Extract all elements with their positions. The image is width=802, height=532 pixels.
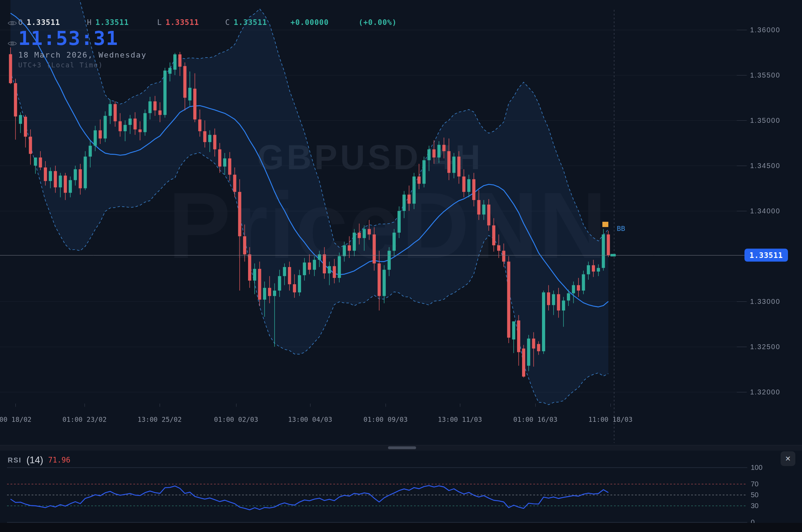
time-axis-label: 13:00 11/03 (438, 415, 482, 423)
timezone-display: UTC+3 (Local Time) (18, 61, 103, 69)
time-axis-label: 00 18/02 (0, 415, 32, 423)
price-axis-label: 1.32000 (750, 388, 780, 396)
main-chart-canvas[interactable] (0, 0, 802, 445)
rsi-name: RSI (8, 456, 21, 464)
low-label: L (157, 18, 162, 27)
time-axis-label: 13:00 04/03 (288, 415, 332, 423)
price-axis-label: 1.36000 (750, 26, 780, 34)
price-axis-label: 1.34500 (750, 162, 780, 170)
high-value: 1.33511 (95, 18, 129, 27)
time-axis-label: 01:00 02/03 (214, 415, 258, 423)
open-label: O (18, 18, 23, 27)
low-value: 1.33511 (166, 18, 199, 27)
time-axis-label: 13:00 25/02 (138, 415, 182, 423)
rsi-chart-canvas[interactable] (0, 450, 802, 532)
high-label: H (87, 18, 92, 27)
rsi-title: RSI (14) 71.96 (8, 455, 71, 465)
rsi-axis-label: 30 (751, 502, 758, 510)
bottom-bar (0, 523, 802, 532)
rsi-period: (14) (26, 455, 43, 466)
time-axis-label: 11:00 18/03 (588, 415, 633, 423)
rsi-value: 71.96 (48, 456, 70, 464)
rsi-axis-label: 100 (751, 464, 762, 472)
close-value: 1.33511 (234, 18, 267, 27)
price-axis-label: 1.33000 (750, 298, 780, 306)
pane-resize-handle[interactable] (388, 446, 416, 449)
current-price-badge: 1.33511 (744, 249, 788, 262)
rsi-close-button[interactable]: ✕ (781, 451, 795, 466)
time-axis-label: 01:00 23/02 (62, 415, 107, 423)
rsi-axis-label: 70 (751, 480, 758, 488)
open-value: 1.33511 (27, 18, 60, 27)
time-axis-label: 01:00 16/03 (513, 415, 557, 423)
close-icon: ✕ (785, 454, 791, 463)
rsi-axis-label: 50 (751, 491, 758, 499)
bollinger-band-label: BB (617, 224, 625, 233)
price-axis-label: 1.34000 (750, 207, 780, 215)
indicator-visibility-eye-icon[interactable] (8, 40, 17, 47)
change-value: +0.00000 (290, 18, 329, 27)
price-axis-label: 1.35500 (750, 71, 780, 79)
trading-chart-window: GBPUSD 4H PriceDNN O 1.33511 H 1.33511 L… (0, 0, 802, 532)
price-axis-label: 1.32500 (750, 343, 780, 351)
price-axis-label: 1.35000 (750, 117, 780, 125)
change-percent: (+0.00%) (359, 18, 397, 27)
close-label: C (225, 18, 230, 27)
date-display: 18 March 2026, Wednesday (18, 51, 147, 59)
time-axis-label: 01:00 09/03 (363, 415, 408, 423)
clock-display: 11:53:31 (18, 27, 119, 49)
